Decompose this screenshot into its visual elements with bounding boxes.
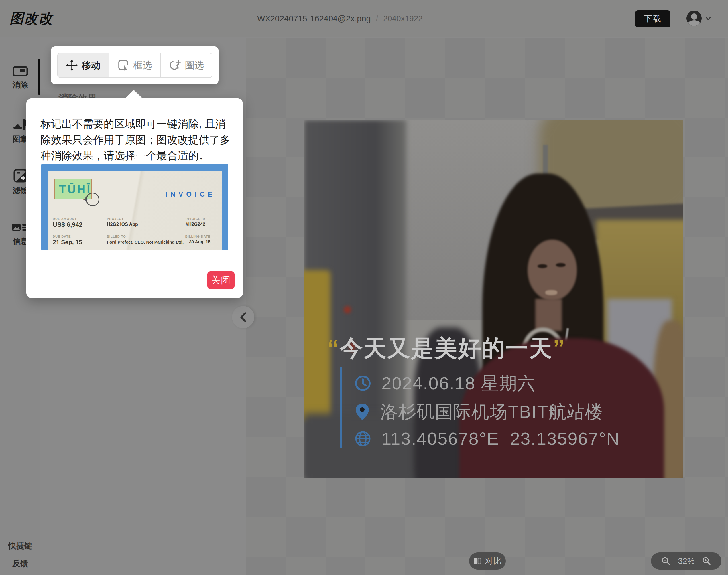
avatar-person-icon bbox=[688, 20, 700, 26]
move-icon bbox=[66, 60, 77, 71]
zoom-level: 32% bbox=[678, 556, 694, 566]
breadcrumb-separator: / bbox=[376, 14, 378, 23]
tooltip-arrow bbox=[124, 90, 143, 99]
divider bbox=[53, 232, 97, 232]
file-name: WX20240715-162404@2x.png bbox=[257, 14, 371, 23]
compare-button[interactable]: 对比 bbox=[469, 552, 506, 570]
zoom-out-icon[interactable] bbox=[661, 556, 670, 566]
invoice-field-value: 30 Aug, 15 bbox=[189, 239, 210, 244]
invoice-field-value: 21 Sep, 15 bbox=[53, 239, 82, 245]
mode-label: 移动 bbox=[81, 59, 100, 72]
breadcrumb: WX20240715-162404@2x.png / 2040x1922 bbox=[257, 0, 423, 37]
photo-tail-light bbox=[344, 306, 351, 313]
watermark-date-row: 2024.06.18 星期六 bbox=[355, 371, 536, 395]
divider bbox=[177, 214, 205, 214]
panel-collapse-button[interactable] bbox=[232, 306, 254, 328]
chevron-down-icon[interactable] bbox=[705, 15, 712, 22]
erase-icon bbox=[12, 66, 28, 77]
invoice-field-label: DUE AMOUNT bbox=[53, 217, 77, 221]
stamp-icon bbox=[12, 119, 28, 131]
filter-icon bbox=[13, 169, 27, 182]
demo-cursor-plus: + bbox=[83, 195, 87, 204]
photo-woman-eye bbox=[556, 263, 566, 267]
lasso-select-icon bbox=[169, 60, 181, 71]
zoom-in-icon[interactable] bbox=[702, 556, 711, 566]
invoice-field-label: DUE DATE bbox=[53, 235, 71, 238]
quote-open: “ bbox=[328, 335, 340, 361]
photo-woman-mouth bbox=[545, 290, 557, 295]
watermark-accent-line bbox=[340, 367, 342, 448]
invoice-field-value: #H2G242 bbox=[186, 222, 206, 227]
compare-icon bbox=[473, 557, 481, 565]
app-logo: 图改改 bbox=[10, 0, 53, 37]
invoice-field-label: PROJECT bbox=[107, 217, 124, 221]
photo-woman-neck bbox=[535, 299, 562, 331]
globe-icon bbox=[355, 430, 371, 447]
invoice-field-label: BILLING DATE bbox=[185, 235, 210, 238]
mode-label: 框选 bbox=[133, 59, 152, 72]
divider bbox=[177, 232, 205, 232]
quote-close: ” bbox=[553, 335, 566, 361]
sidebar-item-label: 消除 bbox=[0, 80, 40, 90]
erase-demo-image: TŪHĪ + INVOICE DUE AMOUNT PROJECT INVOIC… bbox=[41, 164, 228, 250]
divider bbox=[107, 232, 165, 232]
image-dimensions: 2040x1922 bbox=[383, 14, 423, 23]
mode-segmented-control: 移动 框选 圈选 bbox=[57, 53, 212, 78]
mode-lasso-select-button[interactable]: 圈选 bbox=[160, 53, 212, 77]
watermark-date: 2024.06.18 星期六 bbox=[381, 371, 536, 395]
box-select-icon bbox=[118, 60, 129, 71]
location-pin-icon bbox=[355, 403, 370, 421]
invoice-field-label: INVOICE ID bbox=[186, 217, 205, 221]
edited-photo[interactable]: “今天又是美好的一天” 2024.06.18 星期六 洛杉矶国际机场TBIT航站… bbox=[304, 120, 683, 478]
feedback-link[interactable]: 反馈 bbox=[0, 558, 40, 569]
clock-icon bbox=[355, 375, 371, 392]
avatar[interactable] bbox=[686, 10, 702, 26]
invoice-field-value: US$ 6,942 bbox=[53, 221, 82, 229]
tutorial-tooltip: 标记出不需要的区域即可一键消除, 且消除效果只会作用于原图；图改改提供了多种消除… bbox=[26, 98, 243, 298]
photo-woman-eye bbox=[538, 264, 548, 268]
zoom-controls: 32% bbox=[651, 552, 722, 570]
watermark-coordinates-row: 113.405678°E 23.135967°N bbox=[355, 429, 620, 449]
mode-move-button[interactable]: 移动 bbox=[58, 53, 109, 77]
mode-label: 圈选 bbox=[185, 59, 204, 72]
watermark-location-row: 洛杉矶国际机场TBIT航站楼 bbox=[355, 400, 603, 424]
divider bbox=[107, 214, 165, 214]
demo-logo: TŪHĪ bbox=[59, 183, 91, 196]
demo-cursor-circle bbox=[86, 193, 100, 206]
watermark-coordinates: 113.405678°E 23.135967°N bbox=[381, 429, 620, 449]
header: 图改改 WX20240715-162404@2x.png / 2040x1922… bbox=[0, 0, 728, 37]
app-root: 图改改 WX20240715-162404@2x.png / 2040x1922… bbox=[0, 0, 728, 575]
tooltip-text: 标记出不需要的区域即可一键消除, 且消除效果只会作用于原图；图改改提供了多种消除… bbox=[40, 116, 232, 164]
erase-mode-popup: 移动 框选 圈选 bbox=[51, 46, 219, 84]
sidebar-item-erase[interactable]: 消除 bbox=[0, 66, 40, 90]
download-button[interactable]: 下载 bbox=[635, 10, 670, 27]
divider bbox=[53, 214, 97, 214]
compare-label: 对比 bbox=[485, 555, 501, 567]
mode-box-select-button[interactable]: 框选 bbox=[109, 53, 160, 77]
chevron-left-icon bbox=[239, 312, 247, 322]
invoice-field-value: H2G2 iOS App bbox=[107, 222, 138, 227]
avatar-person-icon bbox=[691, 13, 697, 20]
invoice-field-label: BILLED TO bbox=[107, 235, 126, 238]
watermark-title: “今天又是美好的一天” bbox=[321, 333, 572, 364]
demo-invoice-title: INVOICE bbox=[165, 190, 216, 198]
invoice-field-value: Ford Prefect, CEO, Not Panicking Ltd. bbox=[107, 240, 184, 244]
watermark-location: 洛杉矶国际机场TBIT航站楼 bbox=[380, 400, 603, 424]
shortcuts-link[interactable]: 快捷键 bbox=[0, 540, 40, 551]
close-button[interactable]: 关闭 bbox=[207, 271, 234, 289]
